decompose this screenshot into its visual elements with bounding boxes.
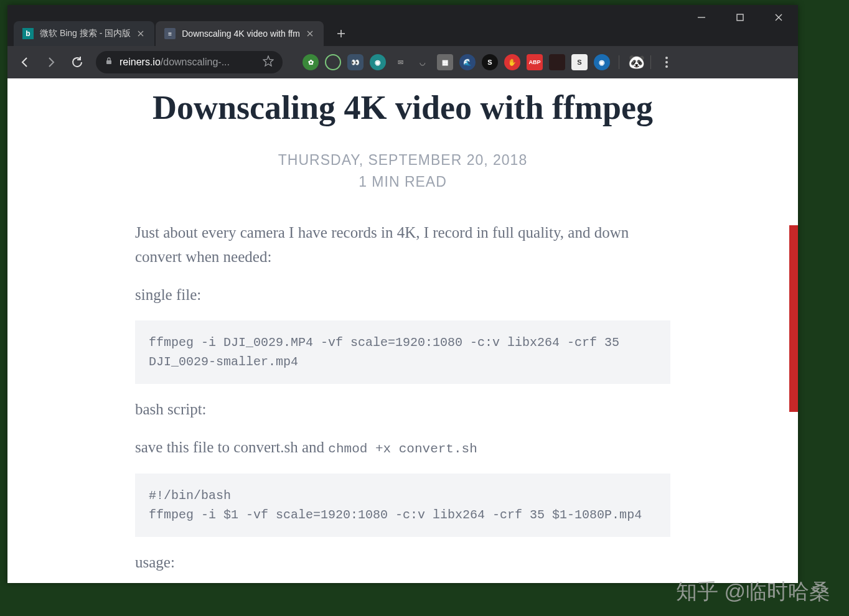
browser-menu-button[interactable] (657, 57, 676, 68)
eyes-ext-icon[interactable]: 👀 (347, 54, 364, 70)
svg-rect-1 (737, 14, 743, 21)
close-button[interactable] (759, 5, 798, 30)
panda-ext-icon[interactable]: 🐼 (628, 54, 644, 70)
gray-ext-icon[interactable]: ▦ (437, 54, 453, 70)
sb-ext-icon[interactable]: S (482, 54, 498, 70)
usage-label: usage: (135, 551, 670, 575)
scroll-indicator[interactable] (789, 225, 798, 412)
browser-window: b 微软 Bing 搜索 - 国内版 ≡ Downscaling 4K vide… (7, 5, 798, 583)
toolbar-divider (650, 55, 651, 69)
svg-point-11 (665, 57, 668, 59)
svg-point-13 (665, 65, 668, 68)
refresh-ext-icon[interactable] (325, 54, 341, 70)
bookmark-star-icon[interactable] (263, 55, 274, 69)
tab-label: 微软 Bing 搜索 - 国内版 (40, 28, 131, 39)
bing-favicon-icon: b (22, 28, 34, 39)
wave-ext-icon[interactable]: 🌊 (459, 54, 476, 70)
code-block-single: ffmpeg -i DJI_0029.MP4 -vf scale=1920:10… (135, 320, 670, 384)
tab-close-icon[interactable] (136, 29, 146, 39)
page-content[interactable]: Downscaling 4K video with ffmpeg THURSDA… (7, 78, 798, 583)
tab-label: Downscaling 4K video with ffm (182, 29, 300, 39)
article: Downscaling 4K video with ffmpeg THURSDA… (135, 78, 670, 583)
url-text: reiners.io/downscaling-... (120, 57, 256, 68)
blue-ext-icon[interactable]: ◉ (594, 54, 610, 70)
tab-bing[interactable]: b 微软 Bing 搜索 - 国内版 (14, 21, 154, 46)
code-block-bash: #!/bin/bash ffmpeg -i $1 -vf scale=1920:… (135, 474, 670, 537)
titlebar: b 微软 Bing 搜索 - 国内版 ≡ Downscaling 4K vide… (7, 5, 798, 46)
pocket-ext-icon[interactable]: ◡ (415, 54, 431, 70)
abp-ext-icon[interactable]: ABP (527, 54, 543, 70)
article-date: THURSDAY, SEPTEMBER 20, 2018 (135, 149, 670, 171)
save-instruction: save this file to convert.sh and chmod +… (135, 436, 670, 460)
chmod-code: chmod +x convert.sh (328, 442, 477, 456)
watermark: 知乎 @临时哈桑 (676, 577, 830, 606)
svg-point-12 (665, 61, 668, 63)
skype-ext-icon[interactable]: S (571, 54, 588, 70)
toolbar-divider (619, 55, 619, 69)
minimize-button[interactable] (682, 5, 721, 30)
new-tab-button[interactable] (331, 24, 351, 44)
forward-button[interactable] (40, 51, 62, 73)
toolbar: reiners.io/downscaling-... ✿👀◉✉◡▦🌊S✋ABPS… (7, 46, 798, 78)
extensions-area: ✿👀◉✉◡▦🌊S✋ABPS◉🐼 (303, 54, 644, 70)
page-title: Downscaling 4K video with ffmpeg (135, 88, 670, 127)
svg-rect-10 (106, 60, 111, 64)
dark-ext-icon[interactable] (549, 54, 565, 70)
url-path: /downscaling-... (161, 57, 230, 67)
single-file-label: single file: (135, 283, 670, 307)
teal-ext-icon[interactable]: ◉ (370, 54, 386, 70)
mail-ext-icon[interactable]: ✉ (392, 54, 408, 70)
article-meta: THURSDAY, SEPTEMBER 20, 2018 1 MIN READ (135, 149, 670, 192)
back-button[interactable] (14, 51, 36, 73)
window-controls (682, 5, 798, 30)
tab-strip: b 微软 Bing 搜索 - 国内版 ≡ Downscaling 4K vide… (7, 16, 351, 46)
puzzle-icon[interactable]: ✿ (303, 54, 319, 70)
tab-close-icon[interactable] (305, 29, 315, 39)
save-prefix: save this file to convert.sh and (135, 439, 328, 455)
lock-icon (105, 57, 113, 68)
article-intro: Just about every camera I have records i… (135, 221, 670, 269)
hand-ext-icon[interactable]: ✋ (504, 54, 520, 70)
url-host: reiners.io (120, 57, 161, 67)
address-bar[interactable]: reiners.io/downscaling-... (96, 51, 283, 73)
reload-button[interactable] (66, 51, 88, 73)
article-readtime: 1 MIN READ (135, 171, 670, 193)
bash-script-label: bash script: (135, 398, 670, 422)
tab-article[interactable]: ≡ Downscaling 4K video with ffm (156, 21, 324, 46)
maximize-button[interactable] (721, 5, 759, 30)
page-favicon-icon: ≡ (164, 28, 176, 39)
